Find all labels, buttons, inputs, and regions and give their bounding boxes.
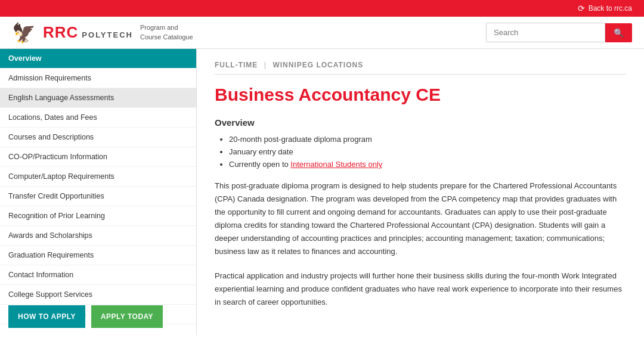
- sidebar-nav: OverviewAdmission RequirementsEnglish La…: [0, 49, 196, 324]
- back-icon: ⟳: [578, 4, 585, 13]
- sidebar-item-2[interactable]: English Language Assessments: [0, 88, 196, 108]
- main-content: OverviewAdmission RequirementsEnglish La…: [0, 49, 644, 335]
- content-area: FULL-TIME | WINNIPEG LOCATIONS Business …: [197, 49, 644, 335]
- paragraph-2: Practical application and industry proje…: [215, 269, 626, 309]
- logo: 🦅 RRC POLYTECH Program and Course Catalo…: [12, 23, 193, 42]
- content-type: FULL-TIME | WINNIPEG LOCATIONS: [215, 61, 626, 69]
- logo-polytech: POLYTECH: [82, 30, 133, 39]
- sidebar-item-5[interactable]: CO-OP/Practicum Information: [0, 147, 196, 167]
- top-bar: ⟳ Back to rrc.ca: [0, 0, 644, 17]
- page-title: Business Accountancy CE: [215, 84, 626, 106]
- header: 🦅 RRC POLYTECH Program and Course Catalo…: [0, 17, 644, 49]
- logo-subtitle: Program and Course Catalogue: [140, 23, 193, 42]
- sidebar-item-10[interactable]: Graduation Requirements: [0, 246, 196, 265]
- sidebar-item-0[interactable]: Overview: [0, 49, 196, 69]
- bullet-item: 20-month post-graduate diploma program: [229, 135, 626, 144]
- sidebar: OverviewAdmission RequirementsEnglish La…: [0, 49, 197, 335]
- sidebar-item-1[interactable]: Admission Requirements: [0, 69, 196, 88]
- sidebar-item-9[interactable]: Awards and Scholarships: [0, 226, 196, 246]
- sidebar-buttons: HOW TO APPLY APPLY TODAY: [0, 298, 196, 335]
- overview-bullets: 20-month post-graduate diploma programJa…: [215, 135, 626, 169]
- bullet-item: January entry date: [229, 147, 626, 156]
- sidebar-item-11[interactable]: Contact Information: [0, 265, 196, 285]
- search-button[interactable]: 🔍: [605, 23, 632, 42]
- paragraph-1: This post-graduate diploma program is de…: [215, 179, 626, 259]
- logo-text-block: RRC POLYTECH: [43, 23, 133, 42]
- how-to-apply-button[interactable]: HOW TO APPLY: [8, 305, 85, 328]
- bird-icon: 🦅: [12, 23, 36, 42]
- back-link[interactable]: Back to rrc.ca: [589, 4, 632, 13]
- search-container: 🔍: [486, 23, 632, 42]
- apply-today-button[interactable]: APPLY TODAY: [91, 305, 163, 328]
- bullet-item: Currently open to International Students…: [229, 160, 626, 169]
- sidebar-item-8[interactable]: Recognition of Prior Learning: [0, 206, 196, 226]
- sidebar-item-3[interactable]: Locations, Dates and Fees: [0, 108, 196, 128]
- logo-rrc: RRC: [43, 23, 78, 42]
- overview-heading: Overview: [215, 117, 626, 128]
- search-input[interactable]: [486, 23, 605, 42]
- sidebar-item-7[interactable]: Transfer Credit Opportunities: [0, 187, 196, 206]
- sidebar-item-4[interactable]: Courses and Descriptions: [0, 128, 196, 147]
- divider: [215, 74, 626, 75]
- sidebar-item-6[interactable]: Computer/Laptop Requirements: [0, 167, 196, 187]
